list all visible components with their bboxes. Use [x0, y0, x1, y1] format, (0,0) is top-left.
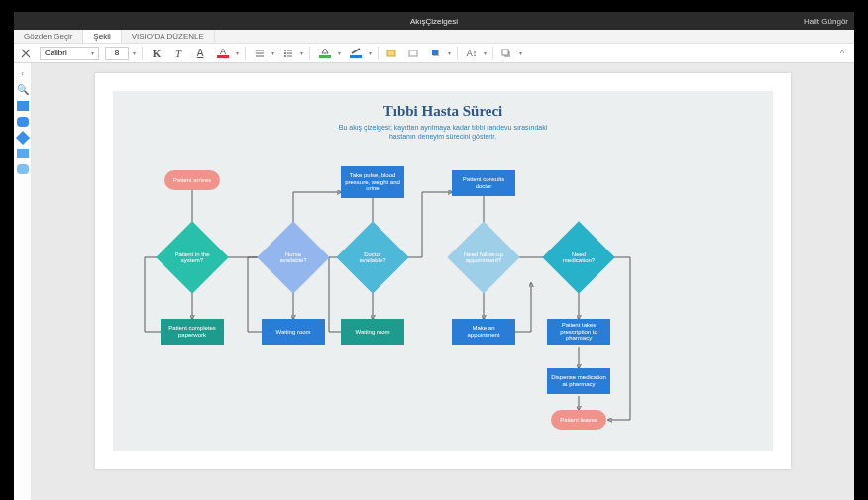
bold-button[interactable]: K	[149, 46, 164, 61]
canvas-area[interactable]: Tıbbi Hasta Süreci Bu akış çizelgesi; ka…	[32, 63, 854, 500]
document-title: AkışÇizelgesi	[410, 17, 458, 26]
tab-shape[interactable]: Şekil	[83, 30, 121, 43]
chevron-down-icon: ▾	[448, 50, 451, 56]
font-family-select[interactable]: Calibri ▾	[40, 47, 99, 60]
panel-collapse-button[interactable]: ‹	[21, 69, 24, 78]
node-vitals[interactable]: Take pulse, blood pressure, weight and u…	[341, 166, 404, 198]
titlebar: AkışÇizelgesi Halit Güngör	[14, 12, 854, 30]
svg-rect-4	[409, 50, 417, 56]
stencil-rounded-2[interactable]	[17, 164, 29, 174]
separator	[245, 47, 246, 60]
node-paperwork[interactable]: Patient completes paperwork	[161, 319, 224, 345]
separator	[142, 47, 143, 60]
stencil-rect-2[interactable]	[17, 149, 29, 158]
node-decision-doctor[interactable]: Doctor available?	[336, 221, 409, 294]
shape-style-button[interactable]	[384, 46, 400, 61]
drawing-page[interactable]: Tıbbi Hasta Süreci Bu akış çizelgesi; ka…	[95, 73, 791, 469]
font-color-button[interactable]: A	[214, 46, 232, 61]
node-appointment[interactable]: Make an appointment	[452, 319, 515, 345]
svg-point-2	[284, 55, 286, 57]
stencil-rect[interactable]	[17, 101, 29, 111]
chevron-down-icon: ▾	[236, 50, 239, 56]
node-waiting-1[interactable]: Waiting room	[262, 319, 325, 345]
chevron-down-icon: ▾	[484, 50, 487, 56]
node-waiting-2[interactable]: Waiting room	[341, 319, 404, 345]
node-decision-in-system[interactable]: Patient in the system?	[156, 221, 229, 294]
svg-point-0	[284, 50, 286, 51]
chart-subtitle: Bu akış çizelgesi; kayıttan ayrılmaya ka…	[95, 123, 791, 141]
arrange-button[interactable]	[499, 46, 515, 61]
font-size-select[interactable]: 8	[105, 47, 129, 60]
chevron-down-icon: ▾	[91, 50, 94, 56]
device-bezel: AkışÇizelgesi Halit Güngör Gözden Geçir …	[0, 0, 868, 500]
svg-point-1	[284, 52, 286, 54]
separator	[378, 47, 379, 60]
chevron-down-icon: ▾	[369, 50, 372, 56]
ribbon-tabs: Gözden Geçir Şekil VISIO'DA DÜZENLE	[14, 30, 854, 44]
svg-rect-3	[387, 50, 395, 56]
stencil-diamond[interactable]	[15, 131, 29, 145]
line-color-button[interactable]	[347, 46, 365, 61]
node-start[interactable]: Patient arrives	[164, 170, 220, 190]
bullets-button[interactable]	[280, 46, 296, 61]
svg-rect-6	[432, 50, 438, 55]
node-consult[interactable]: Patient consults doctor	[452, 170, 515, 196]
shapes-panel: ‹ 🔍	[14, 63, 32, 500]
align-button[interactable]	[252, 46, 268, 61]
tab-edit-in-visio[interactable]: VISIO'DA DÜZENLE	[122, 30, 215, 43]
chevron-down-icon: ▾	[271, 50, 274, 56]
separator	[492, 47, 493, 60]
app-window: AkışÇizelgesi Halit Güngör Gözden Geçir …	[14, 12, 854, 500]
chevron-down-icon: ▾	[300, 50, 303, 56]
shape-effects-button[interactable]	[428, 46, 444, 61]
chevron-down-icon: ▾	[338, 50, 341, 56]
font-family-label: Calibri	[45, 49, 67, 57]
node-decision-medication[interactable]: Need medication?	[542, 221, 615, 294]
shape-style-2-button[interactable]	[406, 46, 422, 61]
separator	[309, 47, 310, 60]
cut-icon[interactable]	[18, 46, 34, 61]
node-decision-nurse[interactable]: Nurse available?	[257, 221, 330, 294]
tab-review[interactable]: Gözden Geçir	[14, 30, 83, 43]
stencil-rounded[interactable]	[17, 117, 29, 127]
font-size-label: 8	[115, 49, 119, 57]
chart-title: Tıbbi Hasta Süreci	[95, 103, 791, 120]
svg-rect-8	[502, 50, 508, 55]
node-end[interactable]: Patient leaves	[551, 410, 606, 430]
account-name[interactable]: Halit Güngör	[804, 17, 848, 26]
node-decision-followup[interactable]: Need follow-up appointment?	[447, 221, 520, 294]
search-icon[interactable]: 🔍	[17, 84, 29, 95]
formatting-toolbar: Calibri ▾ 8 ▾ K T A A ▾ ▾ ▾	[14, 44, 854, 63]
underline-button[interactable]: A	[192, 46, 208, 61]
node-prescription[interactable]: Patient takes prescription to pharmacy	[547, 319, 610, 345]
main-area: ‹ 🔍 Tıbbi Hasta Süreci Bu akış çizelgesi…	[14, 63, 854, 500]
fill-color-button[interactable]	[316, 46, 334, 61]
chevron-down-icon: ▾	[133, 50, 136, 56]
separator	[457, 47, 458, 60]
chevron-down-icon: ▾	[519, 50, 522, 56]
node-dispense[interactable]: Dispense medication at pharmacy	[547, 368, 610, 394]
italic-button[interactable]: T	[170, 46, 186, 61]
text-direction-button[interactable]: A↕	[464, 46, 480, 61]
collapse-ribbon-button[interactable]: ^	[834, 46, 850, 61]
